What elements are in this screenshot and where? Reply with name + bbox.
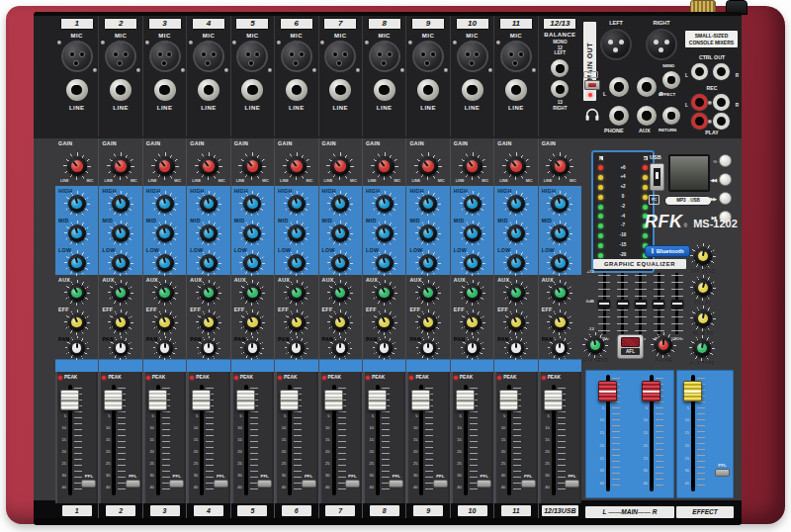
aux-knob[interactable] bbox=[328, 281, 352, 305]
aux-knob[interactable] bbox=[153, 281, 177, 305]
high-knob[interactable] bbox=[461, 192, 484, 216]
eff-knob[interactable] bbox=[548, 310, 571, 334]
low-knob[interactable] bbox=[328, 251, 352, 275]
gain-knob[interactable] bbox=[64, 153, 90, 179]
high-knob[interactable] bbox=[65, 192, 89, 216]
gain-knob[interactable] bbox=[415, 153, 441, 179]
mid-knob[interactable] bbox=[240, 222, 264, 245]
eq-slider-cap[interactable] bbox=[617, 300, 629, 308]
pan-knob[interactable] bbox=[417, 337, 439, 359]
repeat-button[interactable] bbox=[719, 154, 732, 167]
pan-knob[interactable] bbox=[505, 337, 527, 359]
pan-knob[interactable] bbox=[154, 337, 176, 359]
pfl-button[interactable] bbox=[345, 480, 360, 488]
fader-cap[interactable] bbox=[598, 381, 617, 401]
pfl-button[interactable] bbox=[214, 480, 228, 488]
gain-knob[interactable] bbox=[239, 153, 265, 179]
fader-cap[interactable] bbox=[104, 390, 123, 410]
eq-slider-cap[interactable] bbox=[598, 300, 610, 308]
channel-fader[interactable]: 505101520253040 bbox=[233, 385, 259, 495]
aux-send-knob[interactable] bbox=[583, 333, 607, 357]
channel-fader[interactable]: 505101520253040 bbox=[453, 385, 479, 495]
channel-fader[interactable]: 505101520253040 bbox=[101, 385, 127, 495]
mid-knob[interactable] bbox=[153, 222, 177, 245]
eq-band-slider[interactable] bbox=[632, 273, 650, 334]
low-knob[interactable] bbox=[461, 251, 484, 275]
pfl-button[interactable] bbox=[521, 480, 536, 488]
channel-fader[interactable]: 505101520253040 bbox=[365, 385, 391, 495]
pan-knob[interactable] bbox=[462, 337, 483, 359]
aux-knob[interactable] bbox=[504, 281, 528, 305]
pfl-button[interactable] bbox=[126, 480, 140, 488]
low-knob[interactable] bbox=[416, 251, 440, 275]
eff-knob[interactable] bbox=[285, 310, 308, 334]
fader-cap[interactable] bbox=[236, 390, 255, 410]
gain-knob[interactable] bbox=[152, 153, 178, 179]
pan-knob[interactable] bbox=[374, 337, 396, 359]
eff-knob[interactable] bbox=[328, 310, 352, 334]
pfl-button[interactable] bbox=[389, 480, 403, 488]
low-knob[interactable] bbox=[504, 251, 528, 275]
aux-knob[interactable] bbox=[109, 281, 132, 305]
fader-cap[interactable] bbox=[60, 390, 79, 410]
aux-knob[interactable] bbox=[285, 281, 308, 305]
fader-cap[interactable] bbox=[499, 390, 518, 410]
effect-fader[interactable]: 505101520253040 bbox=[680, 375, 706, 491]
pfl-button[interactable] bbox=[81, 480, 96, 488]
pfl-button[interactable] bbox=[169, 480, 184, 488]
high-knob[interactable] bbox=[153, 192, 177, 216]
mid-knob[interactable] bbox=[109, 222, 132, 245]
eq-band-slider[interactable] bbox=[595, 273, 613, 334]
pan-knob[interactable] bbox=[198, 337, 220, 359]
mid-knob[interactable] bbox=[285, 222, 308, 245]
pfl-button[interactable] bbox=[565, 480, 579, 488]
aux-knob[interactable] bbox=[416, 281, 440, 305]
gain-knob[interactable] bbox=[327, 153, 353, 179]
afl-button[interactable] bbox=[621, 337, 640, 347]
low-knob[interactable] bbox=[285, 251, 308, 275]
mid-knob[interactable] bbox=[373, 222, 396, 245]
eff-knob[interactable] bbox=[373, 310, 396, 334]
fader-cap[interactable] bbox=[642, 381, 660, 401]
eff-knob[interactable] bbox=[504, 310, 528, 334]
eff-knob[interactable] bbox=[153, 310, 177, 334]
pan-knob[interactable] bbox=[329, 337, 351, 359]
main-l-fader[interactable]: 505101520253040 bbox=[595, 375, 621, 491]
eq-band-slider[interactable] bbox=[650, 273, 667, 334]
eff-knob[interactable] bbox=[109, 310, 132, 334]
channel-fader[interactable]: 505101520253040 bbox=[408, 385, 434, 495]
high-knob[interactable] bbox=[416, 192, 440, 216]
eff-knob[interactable] bbox=[197, 310, 220, 334]
pan-knob[interactable] bbox=[66, 337, 88, 359]
fader-cap[interactable] bbox=[368, 390, 387, 410]
main-r-fader[interactable]: 505101520253040 bbox=[639, 375, 664, 491]
fader-cap[interactable] bbox=[456, 390, 475, 410]
fader-cap[interactable] bbox=[280, 390, 299, 410]
next-button[interactable] bbox=[719, 192, 732, 205]
pfl-button[interactable] bbox=[433, 480, 448, 488]
eq-slider-cap[interactable] bbox=[635, 300, 647, 308]
gain-knob[interactable] bbox=[460, 153, 485, 179]
fader-cap[interactable] bbox=[411, 390, 430, 410]
mid-knob[interactable] bbox=[328, 222, 352, 245]
channel-fader[interactable]: 505101520253040 bbox=[277, 385, 303, 495]
eq-slider-cap[interactable] bbox=[653, 300, 664, 308]
pan-knob[interactable] bbox=[286, 337, 308, 359]
channel-fader[interactable]: 505101520253040 bbox=[189, 385, 215, 495]
eq-band-slider[interactable] bbox=[613, 273, 631, 334]
high-knob[interactable] bbox=[328, 192, 352, 216]
channel-fader[interactable]: 505101520253040 bbox=[541, 385, 567, 495]
high-knob[interactable] bbox=[109, 192, 132, 216]
gain-knob[interactable] bbox=[108, 153, 133, 179]
aux-knob[interactable] bbox=[240, 281, 264, 305]
pfl-button[interactable] bbox=[715, 469, 730, 477]
low-knob[interactable] bbox=[240, 251, 264, 275]
mid-knob[interactable] bbox=[416, 222, 440, 245]
fader-cap[interactable] bbox=[324, 390, 343, 410]
low-knob[interactable] bbox=[548, 251, 571, 275]
pfl-button[interactable] bbox=[257, 480, 272, 488]
eff-knob[interactable] bbox=[416, 310, 440, 334]
pan-knob[interactable] bbox=[110, 337, 132, 359]
aux-knob[interactable] bbox=[461, 281, 484, 305]
channel-fader[interactable]: 505101520253040 bbox=[321, 385, 347, 495]
